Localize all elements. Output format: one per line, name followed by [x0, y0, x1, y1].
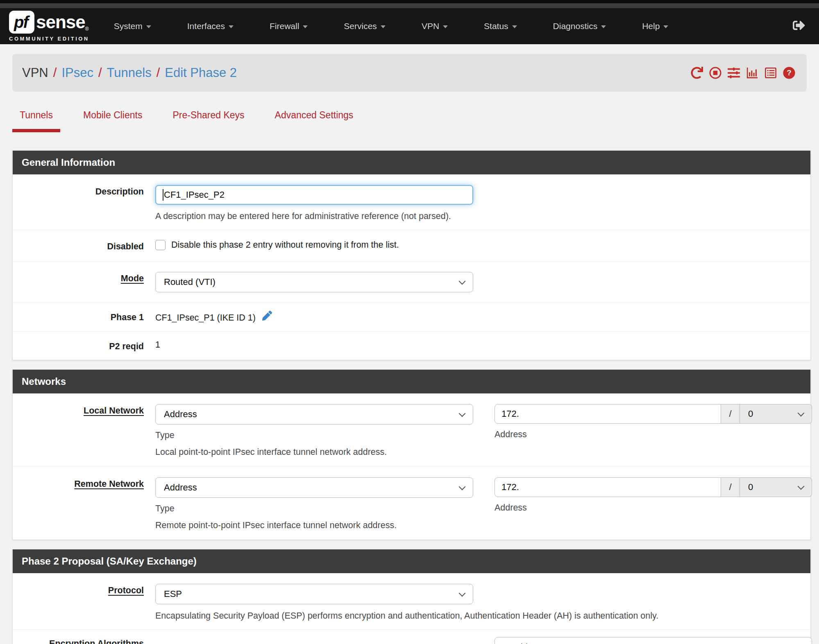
menu-label: VPN: [422, 21, 439, 31]
breadcrumb-separator: /: [53, 66, 57, 80]
aes-keylen-select[interactable]: 256 bits: [495, 637, 812, 644]
section-header-general: General Information: [13, 151, 810, 174]
local-type-caption: Type: [155, 430, 473, 441]
tab-underline: [76, 129, 150, 132]
field-label-local-network: Local Network: [13, 404, 155, 416]
tab-underline: [268, 129, 361, 132]
remote-type-caption: Type: [155, 504, 473, 514]
chevron-down-icon: [459, 590, 466, 597]
breadcrumb-separator: /: [98, 66, 102, 80]
field-label-remote-network: Remote Network: [13, 477, 155, 489]
tab-tunnels[interactable]: Tunnels: [12, 110, 60, 132]
breadcrumb-link-ipsec[interactable]: IPsec: [61, 66, 93, 80]
description-input[interactable]: CF1_IPsec_P2: [155, 185, 473, 205]
local-address-value: 172.: [501, 409, 519, 419]
stop-circle-icon[interactable]: [709, 67, 721, 79]
active-tab-underline: [12, 129, 60, 132]
pencil-icon[interactable]: [262, 311, 272, 321]
disabled-checkbox[interactable]: [155, 240, 166, 250]
menu-item-firewall[interactable]: Firewall: [270, 21, 308, 31]
bar-chart-icon[interactable]: [746, 67, 758, 79]
field-label-disabled: Disabled: [13, 240, 155, 252]
local-address-caption: Address: [495, 429, 812, 440]
menu-item-interfaces[interactable]: Interfaces: [187, 21, 234, 31]
refresh-icon[interactable]: [691, 67, 703, 79]
chevron-down-icon: [459, 410, 466, 417]
field-help-description: A description may be entered here for ad…: [155, 211, 810, 221]
caret-down-icon: [512, 25, 517, 28]
local-address-input[interactable]: 172.: [495, 404, 721, 424]
menu-label: Status: [484, 21, 508, 31]
section-header-networks: Networks: [13, 370, 810, 393]
pf-logo-mark: pf: [9, 11, 34, 34]
sliders-icon[interactable]: [728, 67, 740, 79]
tab-underline: [165, 129, 252, 132]
field-help-local-network: Local point-to-point IPsec interface tun…: [155, 447, 812, 457]
menu-item-system[interactable]: System: [114, 21, 151, 31]
registered-mark: ®: [85, 26, 89, 32]
form-row-local-network: Local Network Address Type 172. /: [13, 393, 810, 466]
chevron-down-icon: [459, 483, 466, 490]
tab-label: Tunnels: [20, 110, 53, 121]
remote-address-value: 172.: [501, 482, 519, 493]
mode-select[interactable]: Routed (VTI): [155, 272, 473, 292]
local-mask-select[interactable]: 0: [740, 404, 812, 424]
caret-down-icon: [381, 25, 386, 28]
menu-item-diagnostics[interactable]: Diagnostics: [553, 21, 606, 31]
local-type-value: Address: [164, 409, 460, 420]
breadcrumb-root: VPN: [22, 66, 48, 80]
tab-mobile-clients[interactable]: Mobile Clients: [76, 110, 150, 132]
help-icon[interactable]: ?: [783, 67, 795, 79]
form-row-mode: Mode Routed (VTI): [13, 262, 810, 302]
remote-address-input[interactable]: 172.: [495, 477, 721, 497]
breadcrumb-link-edit-phase2[interactable]: Edit Phase 2: [165, 66, 237, 80]
menu-label: System: [114, 21, 143, 31]
menu-label: Help: [642, 21, 660, 31]
p2reqid-value: 1: [155, 338, 160, 350]
field-help-protocol: Encapsulating Security Payload (ESP) per…: [155, 611, 810, 621]
caret-down-icon: [146, 25, 151, 28]
protocol-select[interactable]: ESP: [155, 584, 473, 604]
caret-down-icon: [601, 25, 606, 28]
menu-item-status[interactable]: Status: [484, 21, 517, 31]
remote-mask-value: 0: [748, 482, 799, 493]
sign-out-icon[interactable]: [793, 19, 805, 32]
mask-separator: /: [721, 477, 740, 497]
chevron-down-icon: [459, 278, 466, 285]
form-row-disabled: Disabled Disable this phase 2 entry with…: [13, 230, 810, 262]
remote-address-caption: Address: [495, 503, 812, 513]
aes-keylen-value: 256 bits: [503, 642, 799, 644]
breadcrumb: VPN / IPsec / Tunnels / Edit Phase 2: [12, 54, 807, 92]
tab-label: Pre-Shared Keys: [172, 110, 244, 121]
tab-bar: Tunnels Mobile Clients Pre-Shared Keys A…: [12, 110, 807, 132]
menu-item-services[interactable]: Services: [344, 21, 386, 31]
caret-down-icon: [443, 25, 448, 28]
menu-label: Services: [344, 21, 377, 31]
local-network-type-select[interactable]: Address: [155, 404, 473, 425]
top-navbar: pf sense ® COMMUNITY EDITION System Inte…: [0, 8, 819, 44]
brand-name: sense: [36, 12, 85, 32]
tab-label: Mobile Clients: [83, 110, 142, 121]
caret-down-icon: [663, 25, 668, 28]
remote-mask-select[interactable]: 0: [740, 477, 812, 497]
menu-item-help[interactable]: Help: [642, 21, 668, 31]
window-top-strip: [0, 0, 819, 3]
field-label-mode: Mode: [13, 272, 155, 284]
mask-separator: /: [721, 404, 740, 424]
form-row-phase1: Phase 1 CF1_IPsec_P1 (IKE ID 1): [13, 302, 810, 331]
log-list-icon[interactable]: [765, 67, 777, 79]
tab-advanced-settings[interactable]: Advanced Settings: [268, 110, 361, 132]
form-row-p2reqid: P2 reqid 1: [13, 331, 810, 360]
remote-network-type-select[interactable]: Address: [155, 477, 473, 498]
tab-pre-shared-keys[interactable]: Pre-Shared Keys: [165, 110, 252, 132]
chevron-down-icon: [798, 409, 805, 416]
menu-label: Firewall: [270, 21, 299, 31]
section-general-information: General Information Description CF1_IPse…: [12, 150, 811, 360]
mode-select-value: Routed (VTI): [164, 277, 460, 287]
remote-type-value: Address: [164, 482, 460, 493]
breadcrumb-link-tunnels[interactable]: Tunnels: [107, 66, 152, 80]
menu-item-vpn[interactable]: VPN: [422, 21, 448, 31]
breadcrumb-separator: /: [157, 66, 160, 80]
pfsense-logo[interactable]: pf sense ® COMMUNITY EDITION: [9, 11, 89, 42]
menu-label: Interfaces: [187, 21, 225, 31]
